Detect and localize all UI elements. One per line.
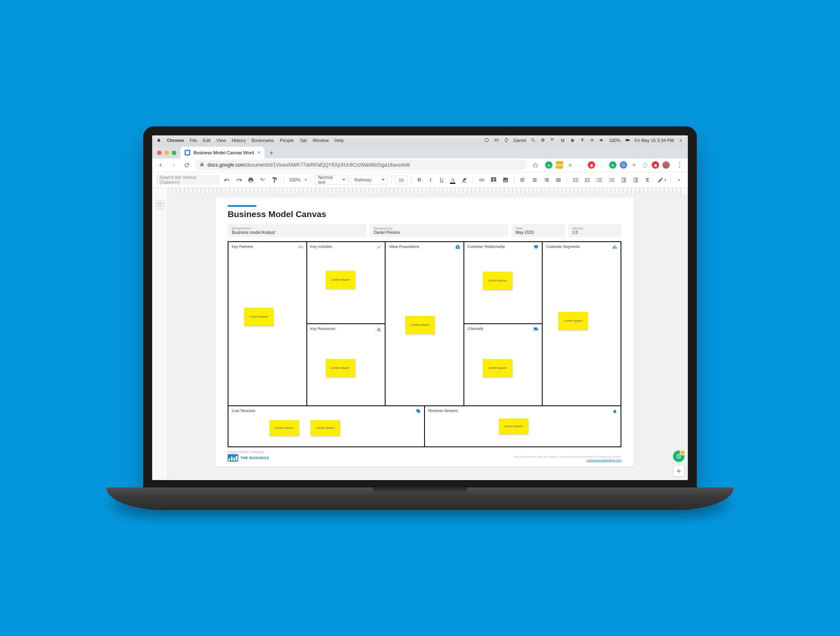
- menu-window[interactable]: Window: [313, 138, 329, 143]
- dropbox-icon[interactable]: [550, 137, 556, 143]
- spellcheck-button[interactable]: [258, 175, 267, 185]
- underline-button[interactable]: U: [437, 175, 446, 184]
- extension-icon[interactable]: ✎: [630, 161, 638, 169]
- wifi-icon[interactable]: [589, 137, 595, 143]
- battery-icon[interactable]: [625, 137, 630, 143]
- font-size-input[interactable]: 16: [395, 175, 407, 184]
- sticky-note[interactable]: Lorem ipsum: [244, 308, 274, 326]
- menu-tab[interactable]: Tab: [299, 138, 307, 143]
- status-icon[interactable]: [494, 137, 500, 143]
- sync-icon[interactable]: [504, 137, 509, 143]
- align-center-button[interactable]: [530, 175, 539, 185]
- menu-edit[interactable]: Edit: [203, 138, 210, 143]
- checklist-button[interactable]: [583, 175, 592, 185]
- volume-icon[interactable]: [599, 137, 605, 143]
- sticky-note[interactable]: Lorem ipsum: [483, 272, 512, 290]
- insert-image-button[interactable]: [501, 175, 510, 185]
- explore-button[interactable]: [673, 465, 685, 477]
- status-icon[interactable]: ◉: [570, 137, 575, 143]
- bookmark-button[interactable]: [530, 160, 540, 170]
- menubar-battery[interactable]: 100%: [609, 138, 621, 143]
- extension-icon[interactable]: ◦: [577, 161, 584, 169]
- add-comment-button[interactable]: [489, 175, 498, 185]
- outdent-button[interactable]: [619, 175, 628, 185]
- align-justify-button[interactable]: [554, 175, 563, 185]
- menu-app[interactable]: Chrome: [167, 138, 184, 143]
- align-right-button[interactable]: [542, 175, 551, 185]
- font-select[interactable]: Raleway: [351, 175, 388, 185]
- sticky-note[interactable]: Lorem ipsum: [310, 420, 340, 436]
- redo-button[interactable]: [234, 175, 244, 185]
- menu-search[interactable]: Search the menus (Option+/): [156, 175, 220, 185]
- sticky-note[interactable]: Lorem ipsum: [326, 271, 355, 289]
- clear-formatting-button[interactable]: [643, 175, 652, 185]
- line-spacing-button[interactable]: [571, 175, 580, 185]
- highlight-button[interactable]: [459, 175, 469, 185]
- sticky-note[interactable]: Lorem ipsum: [483, 359, 512, 377]
- chrome-menu-icon[interactable]: ⋮: [675, 160, 685, 170]
- bullet-list-button[interactable]: [595, 175, 604, 185]
- outline-toggle-icon[interactable]: [155, 200, 164, 209]
- maximize-window[interactable]: [172, 151, 176, 155]
- back-button[interactable]: [155, 160, 165, 170]
- bold-button[interactable]: B: [415, 175, 424, 184]
- editing-mode-button[interactable]: ▾: [657, 175, 667, 185]
- tab-close-icon[interactable]: ×: [257, 149, 260, 156]
- browser-tab[interactable]: Business Model Canvas Word ×: [180, 147, 265, 158]
- undo-button[interactable]: [222, 175, 232, 185]
- document-page[interactable]: Business Model Canvas Designed for: Busi…: [215, 198, 634, 467]
- status-icon[interactable]: [484, 137, 490, 143]
- menu-file[interactable]: File: [190, 138, 197, 143]
- menu-view[interactable]: View: [216, 138, 226, 143]
- sticky-note[interactable]: Lorem ipsum: [558, 312, 588, 330]
- minimize-window[interactable]: [164, 151, 169, 155]
- status-icon[interactable]: M: [560, 137, 566, 143]
- status-icon[interactable]: ✿: [540, 137, 546, 143]
- insert-link-button[interactable]: [477, 175, 486, 185]
- menu-help[interactable]: Help: [334, 138, 344, 143]
- extension-icon[interactable]: ◉: [652, 161, 659, 169]
- profile-avatar[interactable]: [662, 161, 670, 169]
- extension-icon[interactable]: ◯: [641, 161, 648, 169]
- paragraph-style-select[interactable]: Normal text: [315, 175, 348, 185]
- print-button[interactable]: [246, 175, 256, 185]
- text-color-button[interactable]: A: [448, 175, 457, 184]
- extension-icon[interactable]: ●: [545, 161, 552, 169]
- extension-icon[interactable]: ↓: [598, 161, 606, 169]
- menubar-clock[interactable]: Fri May 15 3:34 PM: [635, 138, 674, 143]
- address-bar[interactable]: docs.google.com/document/d/1VtuesNWK77sb…: [195, 160, 527, 170]
- browser-tabstrip: Business Model Canvas Word × +: [152, 145, 688, 158]
- indent-button[interactable]: [631, 175, 640, 185]
- menu-bookmarks[interactable]: Bookmarks: [251, 138, 274, 143]
- close-window[interactable]: [157, 151, 162, 155]
- extension-icon[interactable]: ⊞: [566, 161, 574, 169]
- extension-icon[interactable]: ◉: [588, 161, 595, 169]
- extension-icon[interactable]: BETA: [556, 161, 563, 169]
- sticky-note[interactable]: Lorem ipsum: [326, 359, 355, 377]
- forward-button[interactable]: [169, 160, 178, 170]
- align-left-button[interactable]: [518, 175, 527, 185]
- horizontal-ruler[interactable]: [168, 188, 681, 194]
- sticky-note[interactable]: Lorem ipsum: [269, 420, 299, 436]
- paint-format-button[interactable]: [270, 175, 279, 185]
- lock-icon: [200, 162, 204, 168]
- sticky-note[interactable]: Lorem ipsum: [405, 316, 435, 334]
- menu-history[interactable]: History: [232, 138, 246, 143]
- search-icon[interactable]: [530, 137, 536, 143]
- footer-link[interactable]: businessmodelanalyst.com: [587, 459, 621, 462]
- new-tab-button[interactable]: +: [266, 148, 277, 158]
- menu-people[interactable]: People: [280, 138, 294, 143]
- reload-button[interactable]: [182, 160, 192, 170]
- italic-button[interactable]: I: [426, 175, 435, 184]
- menubar-user[interactable]: Daniel: [514, 138, 526, 143]
- menu-icon[interactable]: ≡: [678, 137, 684, 143]
- collapse-toolbar-button[interactable]: [674, 175, 684, 185]
- zoom-select[interactable]: 100%: [288, 177, 302, 182]
- apple-icon[interactable]: [156, 137, 161, 143]
- bluetooth-icon[interactable]: [580, 137, 585, 143]
- numbered-list-button[interactable]: [607, 175, 616, 185]
- grammarly-icon[interactable]: G: [673, 451, 685, 462]
- extension-icon[interactable]: ●: [609, 161, 616, 169]
- sticky-note[interactable]: Lorem ipsum: [499, 419, 528, 434]
- extension-icon[interactable]: G: [620, 161, 627, 169]
